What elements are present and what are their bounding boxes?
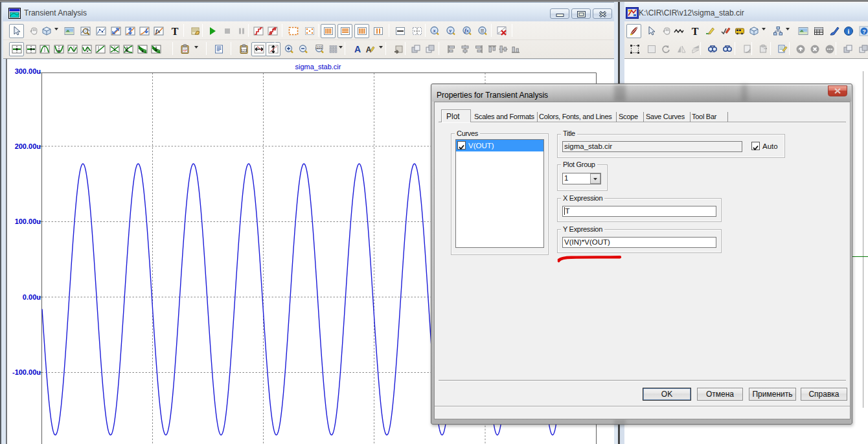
- svg-text:i: i: [847, 28, 849, 35]
- svg-text:123: 123: [240, 49, 246, 52]
- svg-text:T: T: [691, 26, 698, 36]
- svg-text:?: ?: [862, 28, 866, 35]
- svg-text:fx: fx: [155, 28, 161, 34]
- svg-text:x: x: [432, 27, 436, 34]
- svg-text:100: 100: [316, 45, 322, 49]
- svg-text:fx: fx: [464, 27, 469, 34]
- svg-text:y: y: [448, 27, 451, 34]
- svg-text:A: A: [354, 44, 360, 54]
- svg-text:T: T: [171, 26, 178, 36]
